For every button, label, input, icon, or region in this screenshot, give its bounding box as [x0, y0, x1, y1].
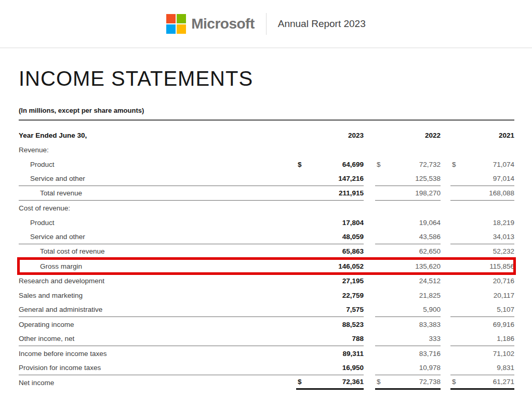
dollar-sign-2021	[450, 332, 462, 346]
value-2022: 21,825	[387, 288, 441, 302]
value-2021: 34,013	[462, 230, 514, 244]
year-column-2023: 2023	[308, 128, 364, 142]
value-2022: 5,900	[387, 302, 441, 317]
dollar-sign-2022	[375, 317, 387, 332]
table-header-row: Year Ended June 30, 2023 2022 2021	[19, 128, 514, 142]
gap	[364, 215, 375, 230]
row-label: Service and other	[19, 230, 296, 244]
logo-square-green	[177, 14, 186, 23]
value-2021: 9,831	[462, 361, 514, 375]
dollar-sign-2023	[296, 215, 308, 230]
gap	[441, 288, 450, 302]
table-row: Service and other147,216125,53897,014	[19, 171, 514, 186]
gap	[441, 361, 450, 375]
table-row: Product17,80419,06418,219	[19, 215, 514, 230]
gap	[441, 201, 450, 215]
table-top-rule	[19, 120, 514, 121]
value-2022: 19,064	[387, 215, 441, 230]
table-row: Operating income88,52383,38369,916	[19, 317, 514, 332]
dollar-sign-2022	[375, 230, 387, 244]
row-label: Provision for income taxes	[19, 361, 296, 375]
gap	[441, 273, 450, 288]
gap	[364, 230, 375, 244]
dollar-sign-2021	[450, 273, 462, 288]
dollar-sign-2022	[375, 273, 387, 288]
value-2021: 52,232	[462, 244, 514, 259]
table-row: Revenue:	[19, 142, 514, 157]
dollar-sign-2021	[450, 317, 462, 332]
dollar-sign-2023	[296, 302, 308, 317]
dollar-sign-2023	[296, 142, 308, 157]
gap	[364, 302, 375, 317]
row-label: Product	[19, 157, 296, 171]
gap	[364, 273, 375, 288]
value-2023: 22,759	[308, 288, 364, 302]
table-row: Income before income taxes89,31183,71671…	[19, 346, 514, 361]
value-2023: 147,216	[308, 171, 364, 186]
gap	[364, 186, 375, 201]
value-2022: 43,586	[387, 230, 441, 244]
row-label: Net income	[19, 375, 296, 390]
gap	[364, 244, 375, 259]
value-2022: 198,270	[387, 186, 441, 201]
value-2023: 17,804	[308, 215, 364, 230]
table-row: Other income, net7883331,186	[19, 332, 514, 346]
table-row: Total cost of revenue65,86362,65052,232	[19, 244, 514, 259]
row-label: Operating income	[19, 317, 296, 332]
dollar-sign-2021: $	[450, 157, 462, 171]
value-2023	[308, 142, 364, 157]
dollar-sign-2022	[375, 302, 387, 317]
gap	[441, 375, 450, 390]
table-header-label: Year Ended June 30,	[19, 128, 296, 142]
gap	[441, 332, 450, 346]
dollar-sign-2021	[450, 288, 462, 302]
gap	[441, 171, 450, 186]
gap	[441, 346, 450, 361]
row-label: Total cost of revenue	[19, 244, 296, 259]
dollar-sign-2023	[296, 244, 308, 259]
page-header: Microsoft Annual Report 2023	[0, 0, 532, 48]
year-column-2022: 2022	[387, 128, 441, 142]
gap	[364, 317, 375, 332]
dollar-sign-2022: $	[375, 375, 387, 390]
value-2021: 61,271	[462, 375, 514, 390]
gap	[364, 171, 375, 186]
gap	[441, 128, 450, 142]
dollar-sign-2021	[450, 244, 462, 259]
gap	[296, 128, 308, 142]
value-2021: 71,074	[462, 157, 514, 171]
row-label: Sales and marketing	[19, 288, 296, 302]
dollar-sign-2021: $	[450, 375, 462, 390]
row-label: Revenue:	[19, 142, 296, 157]
dollar-sign-2021	[450, 230, 462, 244]
value-2021: 168,088	[462, 186, 514, 201]
dollar-sign-2023	[296, 317, 308, 332]
value-2022: 72,732	[387, 157, 441, 171]
dollar-sign-2022: $	[375, 157, 387, 171]
gap	[441, 317, 450, 332]
table-row: General and administrative7,5755,9005,10…	[19, 302, 514, 317]
value-2022	[387, 142, 441, 157]
dollar-sign-2022	[375, 288, 387, 302]
gap	[364, 346, 375, 361]
value-2021: 1,186	[462, 332, 514, 346]
gap	[364, 332, 375, 346]
value-2021: 20,716	[462, 273, 514, 288]
dollar-sign-2021	[450, 346, 462, 361]
dollar-sign-2023	[296, 230, 308, 244]
gap	[441, 186, 450, 201]
row-label: General and administrative	[19, 302, 296, 317]
value-2023: 27,195	[308, 273, 364, 288]
row-label: Service and other	[19, 171, 296, 186]
brand-group: Microsoft Annual Report 2023	[166, 13, 366, 35]
logo-square-blue	[166, 24, 176, 34]
value-2023: 89,311	[308, 346, 364, 361]
dollar-sign-2023: $	[296, 375, 308, 390]
value-2022: 135,620	[387, 259, 441, 273]
dollar-sign-2021	[450, 201, 462, 215]
brand-name: Microsoft	[191, 16, 255, 32]
table-row: Net income$72,361$72,738$61,271	[19, 375, 514, 390]
dollar-sign-2022	[375, 244, 387, 259]
dollar-sign-2023	[296, 186, 308, 201]
value-2021: 97,014	[462, 171, 514, 186]
